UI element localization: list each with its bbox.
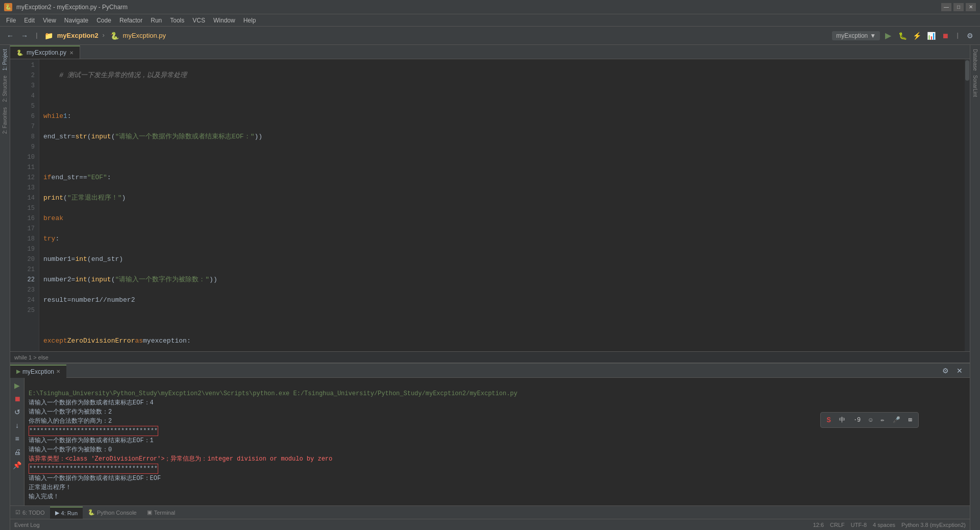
- bp-dot-3[interactable]: [11, 77, 16, 82]
- output-line-2: 请输入一个数字作为被除数：2: [29, 408, 112, 416]
- back-button[interactable]: ←: [4, 30, 16, 42]
- menu-vcs[interactable]: VCS: [188, 16, 209, 25]
- bp-dot-6[interactable]: [11, 100, 16, 105]
- bp-dot-15[interactable]: [11, 169, 16, 174]
- status-encoding[interactable]: UTF-8: [851, 522, 867, 528]
- bp-dot-24[interactable]: [11, 238, 16, 243]
- minimize-button[interactable]: —: [941, 3, 951, 11]
- bp-dot-1[interactable]: [11, 62, 16, 67]
- title-bar: 🐍 myExcption2 - myExcption.py - PyCharm …: [0, 0, 980, 14]
- bp-dot-4[interactable]: [11, 85, 16, 90]
- bp-dot-16[interactable]: [11, 177, 16, 182]
- sidebar-item-structure[interactable]: 2: Structure: [1, 74, 9, 104]
- right-icon-database[interactable]: Database: [971, 47, 979, 73]
- menu-run[interactable]: Run: [146, 16, 166, 25]
- run-panel-close-button[interactable]: ✕: [953, 365, 966, 377]
- run-tab-myexcption[interactable]: ▶ myExcption ✕: [10, 365, 66, 378]
- main-layout: 1: Project 2: Structure 2: Favorites 🐍 m…: [0, 45, 980, 530]
- file-view-button[interactable]: 🐍: [109, 30, 121, 42]
- run-button[interactable]: ▶: [882, 30, 894, 42]
- bp-dot-7[interactable]: [11, 108, 16, 113]
- run-stop-button[interactable]: ⏹: [12, 393, 23, 404]
- menu-tools[interactable]: Tools: [166, 16, 188, 25]
- vertical-scrollbar[interactable]: [965, 59, 970, 351]
- menu-navigate[interactable]: Navigate: [60, 16, 92, 25]
- forward-button[interactable]: →: [18, 30, 31, 42]
- bp-dot-10[interactable]: [11, 131, 16, 136]
- close-button[interactable]: ✕: [966, 3, 976, 11]
- status-line-ending[interactable]: CRLF: [830, 522, 845, 528]
- ime-grid-button[interactable]: ⊞: [906, 415, 914, 425]
- run-print-button[interactable]: 🖨: [12, 446, 23, 457]
- line-num-1: 1: [16, 60, 35, 70]
- tab-myexcption[interactable]: 🐍 myExcption.py ✕: [10, 45, 80, 59]
- run-panel-settings-button[interactable]: ⚙: [939, 365, 951, 377]
- bp-dot-9[interactable]: [11, 123, 16, 128]
- bp-dot-8[interactable]: [11, 115, 16, 121]
- run-config[interactable]: myExcption ▼: [832, 31, 880, 40]
- status-indent[interactable]: 4 spaces: [873, 522, 895, 528]
- app-title: myExcption2 - myExcption.py - PyCharm: [16, 4, 128, 11]
- bp-dot-12[interactable]: [11, 146, 16, 151]
- run-icon: ▶: [55, 510, 59, 516]
- project-view-button[interactable]: 📁: [43, 30, 55, 42]
- breadcrumb: while 1 > else: [14, 354, 48, 360]
- ime-emoji-button[interactable]: ☺: [867, 416, 874, 425]
- bottom-tab-run[interactable]: ▶ 4: Run: [50, 507, 83, 519]
- bp-dot-13[interactable]: [11, 154, 16, 159]
- bp-dot-22[interactable]: [11, 223, 16, 228]
- file-name: myExcption.py: [123, 32, 166, 39]
- run-rerun-button[interactable]: ↺: [12, 406, 23, 418]
- code-line-5: [43, 152, 965, 162]
- bp-dot-21[interactable]: [11, 215, 16, 220]
- stop-button[interactable]: ⏹: [939, 30, 951, 42]
- todo-label: 6: TODO: [22, 510, 45, 516]
- ime-zh-button[interactable]: 中: [837, 415, 847, 425]
- bp-dot-25[interactable]: [11, 246, 16, 251]
- bottom-tab-terminal[interactable]: ▣ Terminal: [142, 507, 181, 519]
- bp-dot-5[interactable]: [11, 92, 16, 98]
- bp-dot-14[interactable]: [11, 161, 16, 166]
- run-filter-button[interactable]: ≡: [12, 433, 23, 444]
- run-with-coverage-button[interactable]: ⚡: [911, 30, 923, 42]
- sidebar-item-project[interactable]: 1: Project: [1, 47, 9, 73]
- menu-help[interactable]: Help: [239, 16, 260, 25]
- bp-dot-19[interactable]: [11, 200, 16, 205]
- ime-dot-button[interactable]: ·9: [851, 416, 863, 425]
- bp-dot-2[interactable]: [11, 69, 16, 75]
- run-panel-tabs: ▶ myExcption ✕: [10, 364, 66, 378]
- menu-view[interactable]: View: [39, 16, 60, 25]
- menu-code[interactable]: Code: [92, 16, 115, 25]
- status-python[interactable]: Python 3.8 (myExcption2): [901, 522, 966, 528]
- bp-dot-23[interactable]: [11, 230, 16, 235]
- status-position[interactable]: 12:6: [813, 522, 824, 528]
- right-icon-sonar[interactable]: SonarLint: [971, 73, 979, 99]
- menu-edit[interactable]: Edit: [20, 16, 39, 25]
- bottom-tab-todo[interactable]: ☑ 6: TODO: [10, 507, 50, 519]
- sidebar-item-favorites[interactable]: 2: Favorites: [1, 105, 9, 136]
- menu-refactor[interactable]: Refactor: [115, 16, 146, 25]
- run-output[interactable]: E:\Tsinghua_University\Python_Study\myEx…: [24, 378, 970, 505]
- ime-s-button[interactable]: S: [825, 415, 833, 425]
- run-pin-button[interactable]: 📌: [12, 460, 23, 471]
- tab-close-icon[interactable]: ✕: [69, 50, 74, 56]
- run-run-button[interactable]: ▶: [12, 380, 23, 391]
- bp-dot-17[interactable]: [11, 184, 16, 189]
- line-num-19: 19: [16, 244, 35, 254]
- ime-mic-button[interactable]: 🎤: [891, 415, 902, 425]
- settings-button[interactable]: ⚙: [964, 30, 976, 42]
- run-scroll-button[interactable]: ↓: [12, 420, 23, 431]
- bp-dot-20[interactable]: [11, 207, 16, 212]
- menu-file[interactable]: File: [2, 16, 20, 25]
- profile-button[interactable]: 📊: [925, 30, 937, 42]
- ime-pen-button[interactable]: ✏: [879, 415, 887, 425]
- menu-window[interactable]: Window: [209, 16, 239, 25]
- status-event-log[interactable]: Event Log: [14, 522, 40, 528]
- bottom-tab-python-console[interactable]: 🐍 Python Console: [83, 507, 142, 519]
- bp-dot-11[interactable]: [11, 138, 16, 143]
- maximize-button[interactable]: □: [953, 3, 964, 11]
- run-tab-close[interactable]: ✕: [56, 369, 60, 374]
- bp-dot-18[interactable]: [11, 192, 16, 197]
- debug-button[interactable]: 🐛: [896, 30, 909, 42]
- code-content[interactable]: # 测试一下发生异常的情况，以及异常处理 while 1: end_str=st…: [39, 59, 965, 351]
